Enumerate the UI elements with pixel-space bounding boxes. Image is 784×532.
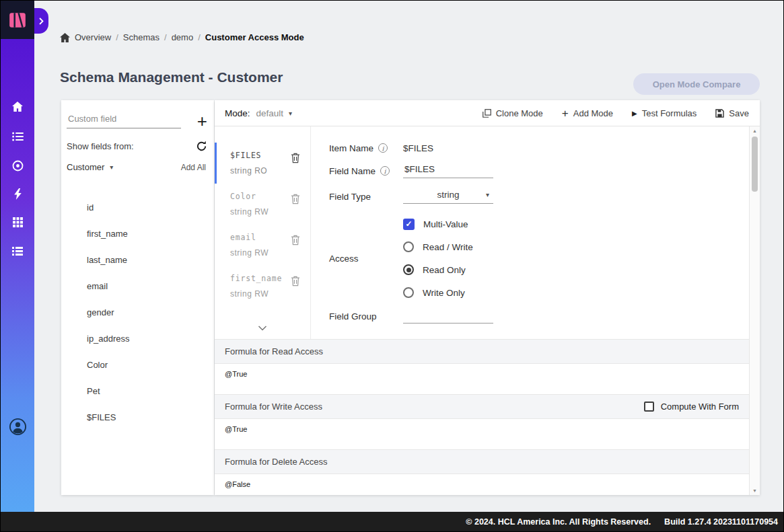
read-write-radio[interactable]: Read / Write — [403, 237, 473, 256]
info-icon[interactable]: i — [378, 143, 388, 153]
trash-icon[interactable] — [291, 235, 300, 248]
field-group-label: Field Group — [329, 311, 403, 321]
checkbox-icon: ✓ — [403, 219, 415, 230]
sidebar-item-scopes[interactable] — [1, 160, 34, 172]
sidebar-item-logs[interactable] — [1, 247, 34, 256]
field-list-item[interactable]: last_name — [61, 247, 214, 273]
mode-field-item-email[interactable]: email string RW — [215, 225, 310, 266]
mode-field-item-first-name[interactable]: first_name string RW — [215, 266, 310, 307]
info-icon[interactable]: i — [380, 166, 390, 176]
scroll-down-icon[interactable]: ▼ — [750, 488, 760, 493]
plus-icon: + — [562, 108, 569, 119]
field-list-item[interactable]: ip_address — [61, 326, 214, 352]
access-label: Access — [329, 254, 403, 264]
item-name-label: Item Name i — [329, 143, 403, 153]
write-only-radio[interactable]: Write Only — [403, 283, 473, 302]
field-list-item[interactable]: email — [61, 273, 214, 299]
caret-down-icon: ▾ — [289, 110, 292, 117]
multi-value-checkbox[interactable]: ✓ Multi-Value — [403, 215, 473, 233]
test-formulas-button[interactable]: ▶ Test Formulas — [632, 108, 697, 119]
sidebar-item-account[interactable] — [1, 418, 34, 436]
read-access-formula[interactable]: @True — [215, 364, 749, 394]
breadcrumb-current: Customer Access Mode — [205, 32, 304, 42]
mode-select[interactable]: default ▾ — [256, 108, 293, 118]
access-options: ✓ Multi-Value Read / Write Read Only — [403, 215, 473, 302]
field-list-item[interactable]: gender — [61, 299, 214, 326]
list-icon — [12, 132, 24, 141]
add-all-link[interactable]: Add All — [181, 163, 206, 172]
field-type-label: Field Type — [329, 192, 403, 202]
item-name-row: Item Name i $FILES — [329, 140, 749, 156]
home-icon[interactable] — [60, 33, 70, 42]
breadcrumb-overview[interactable]: Overview — [75, 32, 111, 42]
mode-label: Mode: — [225, 108, 250, 118]
save-button[interactable]: Save — [715, 108, 749, 119]
field-list-item[interactable]: $FILES — [61, 404, 214, 430]
source-select[interactable]: Customer ▾ — [67, 162, 113, 172]
field-name-label-text: Field Name — [329, 166, 376, 176]
breadcrumb-separator: / — [116, 32, 118, 42]
trash-icon[interactable] — [291, 153, 300, 166]
field-group-input[interactable] — [403, 309, 493, 324]
open-mode-compare-button[interactable]: Open Mode Compare — [633, 73, 760, 95]
play-icon: ▶ — [632, 110, 637, 117]
radio-icon — [403, 287, 414, 298]
multi-value-label: Multi-Value — [423, 219, 468, 229]
mode-field-item-color[interactable]: Color string RW — [215, 184, 310, 225]
add-mode-button[interactable]: + Add Mode — [562, 108, 613, 119]
save-label: Save — [729, 108, 749, 118]
radio-icon — [403, 241, 414, 252]
custom-field-input[interactable] — [67, 110, 181, 128]
field-name-input[interactable] — [403, 164, 493, 178]
field-name-label: Field Name i — [329, 166, 403, 176]
scrollbar-thumb[interactable] — [752, 137, 758, 192]
grid-icon — [13, 217, 23, 227]
app-logo[interactable] — [1, 1, 34, 39]
field-list-item[interactable]: first_name — [61, 221, 214, 247]
fields-panel: + Show fields from: Customer ▾ Add All i… — [61, 100, 214, 495]
breadcrumb: Overview / Schemas / demo / Customer Acc… — [60, 32, 304, 42]
delete-access-header: Formula for Delete Access — [215, 449, 749, 474]
add-custom-field-button[interactable]: + — [197, 114, 207, 128]
clone-icon — [483, 109, 491, 118]
breadcrumb-demo[interactable]: demo — [172, 32, 194, 42]
chevron-down-icon[interactable] — [258, 321, 267, 334]
read-only-radio[interactable]: Read Only — [403, 260, 473, 279]
field-list-item[interactable]: id — [61, 194, 214, 221]
breadcrumb-separator: / — [198, 32, 201, 42]
sidebar-item-schemas[interactable] — [1, 132, 34, 141]
scroll-up-icon[interactable]: ▲ — [750, 128, 760, 133]
sidebar-item-home[interactable] — [1, 102, 34, 112]
delete-access-title: Formula for Delete Access — [225, 457, 327, 467]
compute-with-form-checkbox[interactable]: Compute With Form — [644, 402, 739, 412]
field-list-item[interactable]: Pet — [61, 378, 214, 404]
trash-icon[interactable] — [291, 194, 300, 207]
sidebar-expand-button[interactable] — [34, 8, 48, 34]
trash-icon[interactable] — [291, 276, 300, 289]
menu-list-icon — [12, 247, 23, 256]
page-title: Schema Management - Customer — [60, 69, 283, 85]
field-type-row: Field Type string ▾ — [329, 187, 749, 206]
source-select-value: Customer — [67, 162, 104, 172]
mode-field-item-files[interactable]: $FILES string RO — [215, 143, 310, 184]
caret-down-icon: ▾ — [486, 191, 489, 198]
clone-mode-label: Clone Mode — [496, 108, 543, 118]
sidebar-item-grid[interactable] — [1, 217, 34, 227]
read-access-title: Formula for Read Access — [225, 346, 323, 356]
compute-with-form-label: Compute With Form — [661, 402, 739, 412]
field-type-select[interactable]: string ▾ — [403, 190, 493, 204]
breadcrumb-schemas[interactable]: Schemas — [123, 32, 159, 42]
test-formulas-label: Test Formulas — [642, 108, 697, 118]
sidebar-item-apps[interactable] — [1, 188, 34, 200]
delete-access-formula[interactable]: @False — [215, 474, 749, 495]
show-fields-row: Show fields from: — [67, 141, 207, 152]
clone-mode-button[interactable]: Clone Mode — [483, 108, 543, 119]
refresh-icon[interactable] — [196, 141, 207, 152]
save-icon — [715, 109, 724, 118]
vertical-scrollbar[interactable]: ▲ ▼ — [749, 126, 760, 495]
field-group-row: Field Group — [329, 307, 749, 326]
write-access-formula[interactable]: @True — [215, 419, 749, 449]
read-access-section: Formula for Read Access @True — [215, 339, 749, 394]
field-list-item[interactable]: Color — [61, 352, 214, 378]
mode-panel: Mode: default ▾ Clone Mode + Add Mode — [215, 100, 760, 495]
